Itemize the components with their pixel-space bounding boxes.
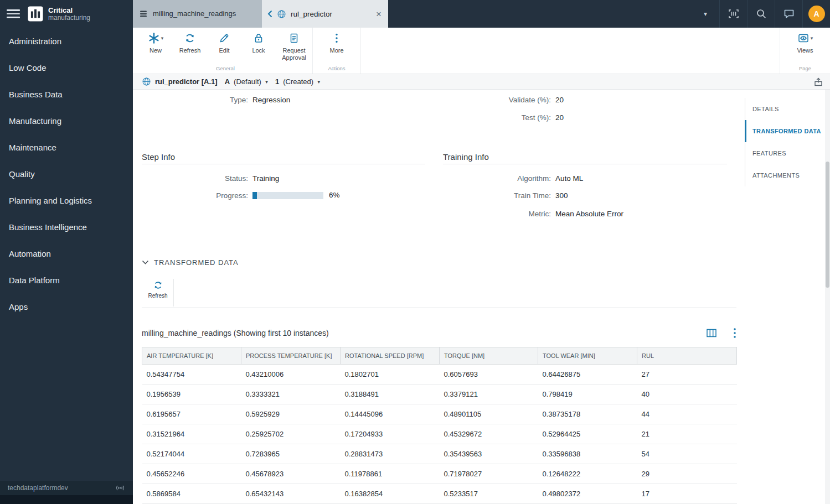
- scrollbar[interactable]: [825, 90, 830, 504]
- refresh-button[interactable]: Refresh: [173, 32, 207, 65]
- columns-icon: [705, 327, 718, 339]
- table-cell: 27: [637, 365, 737, 385]
- refresh-button-label: Refresh: [179, 47, 201, 54]
- table-cell: 0.64426875: [538, 365, 637, 385]
- tab-features[interactable]: FEATURES: [745, 142, 827, 164]
- breadcrumb: rul_predictor [A.1] A (Default) ▾ 1 (Cre…: [133, 74, 830, 90]
- connection-icon[interactable]: [115, 484, 125, 492]
- scrollbar-thumb[interactable]: [826, 162, 829, 288]
- barcode-scan-button[interactable]: [719, 0, 747, 28]
- edit-button[interactable]: Edit: [207, 32, 241, 65]
- tab-milling-machine-readings[interactable]: milling_machine_readings: [133, 0, 262, 28]
- views-button[interactable]: ▾ Views: [788, 32, 822, 65]
- table-cell: 0.5233517: [440, 484, 538, 504]
- table-body: 0.543477540.432100060.18027010.60576930.…: [142, 365, 737, 504]
- table-row[interactable]: 0.543477540.432100060.18027010.60576930.…: [142, 365, 737, 385]
- tab-attachments[interactable]: ATTACHMENTS: [745, 164, 827, 186]
- transformed-data-section-title: TRANSFORMED DATA: [154, 258, 239, 267]
- column-header[interactable]: AIR TEMPERATURE [K]: [142, 347, 241, 365]
- validate-field: Validate (%): 20: [446, 95, 564, 105]
- column-header[interactable]: TORQUE [NM]: [440, 347, 538, 365]
- table-row[interactable]: 0.315219640.259257020.172049330.45329672…: [142, 424, 737, 444]
- table-row[interactable]: 0.521740440.72839650.288314730.354395630…: [142, 444, 737, 464]
- table-row[interactable]: 0.61956570.59259290.144450960.489011050.…: [142, 404, 737, 424]
- table-row[interactable]: 0.456522460.456789230.119788610.71978027…: [142, 464, 737, 484]
- toolbar-group-general: ▾ New: [138, 28, 313, 74]
- progress-field: Progress:: [143, 191, 248, 201]
- main-area: milling_machine_readings rul_predictor ×…: [133, 0, 830, 504]
- tab-transformed-data[interactable]: TRANSFORMED DATA: [745, 120, 827, 142]
- topbar-right: ▾: [692, 0, 830, 28]
- new-button[interactable]: ▾ New: [138, 32, 173, 65]
- table-cell: 0.35439563: [440, 444, 538, 464]
- status-value: Training: [252, 174, 279, 184]
- column-header[interactable]: TOOL WEAR [MIN]: [538, 347, 637, 365]
- table-row[interactable]: 0.19565390.33333210.31884910.33791210.79…: [142, 385, 737, 404]
- step-info-title: Step Info: [142, 152, 175, 162]
- train-time-value: 300: [555, 191, 568, 201]
- chevron-down-icon[interactable]: ▾: [692, 10, 719, 18]
- user-menu[interactable]: A: [802, 0, 830, 28]
- views-eye-icon: [797, 32, 810, 44]
- tab-rul-predictor[interactable]: rul_predictor ×: [262, 0, 388, 28]
- back-chevron-icon[interactable]: [267, 10, 272, 18]
- progress-bar: [252, 192, 323, 199]
- edit-icon: [218, 32, 230, 44]
- more-button-label: More: [329, 47, 343, 54]
- metric-value: Mean Absolute Error: [555, 209, 623, 219]
- tab-details[interactable]: DETAILS: [745, 98, 827, 120]
- table-cell: 40: [637, 385, 737, 404]
- menu-icon[interactable]: [7, 9, 20, 18]
- table-cell: 0.3188491: [341, 385, 440, 404]
- table-cell: 0.52174044: [142, 444, 241, 464]
- brand-subname: manufacturing: [48, 14, 90, 22]
- close-icon[interactable]: ×: [375, 9, 383, 19]
- table-cell: 0.71978027: [440, 464, 538, 484]
- globe-icon: [142, 77, 151, 86]
- barcode-icon: [728, 8, 740, 20]
- column-header[interactable]: RUL: [637, 347, 737, 365]
- more-button[interactable]: More: [319, 32, 354, 65]
- section-refresh-button[interactable]: Refresh: [142, 280, 174, 299]
- table-header-row: AIR TEMPERATURE [K]PROCESS TEMPERATURE […: [142, 347, 737, 365]
- search-button[interactable]: [747, 0, 775, 28]
- avatar[interactable]: A: [808, 6, 825, 22]
- table-more-button[interactable]: [733, 327, 736, 339]
- revision-dropdown[interactable]: ▾: [317, 79, 320, 85]
- sidebar-item-automation[interactable]: Automation: [0, 240, 133, 267]
- refresh-icon: [184, 32, 196, 44]
- sidebar-item-data-platform[interactable]: Data Platform: [0, 267, 133, 293]
- sidebar-item-low-code[interactable]: Low Code: [0, 54, 133, 81]
- sidebar-item-planning-and-logistics[interactable]: Planning and Logistics: [0, 187, 133, 214]
- lock-button[interactable]: Lock: [241, 32, 276, 65]
- lock-icon: [252, 32, 265, 44]
- status-field: Status: Training: [143, 174, 279, 184]
- divider: [173, 279, 174, 306]
- chat-button[interactable]: [775, 0, 802, 28]
- sidebar-item-manufacturing[interactable]: Manufacturing: [0, 107, 133, 134]
- globe-icon: [277, 9, 286, 19]
- sidebar-item-maintenance[interactable]: Maintenance: [0, 134, 133, 160]
- table-cell: 0.17204933: [341, 424, 440, 444]
- sidebar-item-quality[interactable]: Quality: [0, 160, 133, 187]
- sidebar-item-apps[interactable]: Apps: [0, 293, 133, 320]
- version-state: (Default): [234, 77, 261, 86]
- table-row[interactable]: 0.58695840.654321430.163828540.52335170.…: [142, 484, 737, 504]
- toolbar-group-page: ▾ Views Page: [780, 28, 830, 74]
- sidebar-item-business-intelligence[interactable]: Business Intelligence: [0, 214, 133, 240]
- sidebar-item-administration[interactable]: Administration: [0, 28, 133, 54]
- open-in-new-button[interactable]: [813, 77, 823, 89]
- sidebar-item-business-data[interactable]: Business Data: [0, 81, 133, 107]
- column-header[interactable]: ROTATIONAL SPEED [RPM]: [341, 347, 440, 365]
- table-cell: 0.6057693: [440, 365, 538, 385]
- brand-name: Critical: [48, 7, 90, 14]
- transformed-data-section-toggle[interactable]: TRANSFORMED DATA: [142, 258, 239, 267]
- column-header[interactable]: PROCESS TEMPERATURE [K]: [241, 347, 341, 365]
- table-cell: 0.3379121: [440, 385, 538, 404]
- request-approval-button[interactable]: Request Approval: [276, 32, 312, 65]
- table-cell: 0.1802701: [341, 365, 440, 385]
- table-titlebar: milling_machine_readings (Showing first …: [142, 327, 736, 339]
- columns-settings-button[interactable]: [705, 327, 718, 339]
- version-dropdown[interactable]: ▾: [265, 79, 268, 85]
- table-cell: 0.5925929: [241, 404, 341, 424]
